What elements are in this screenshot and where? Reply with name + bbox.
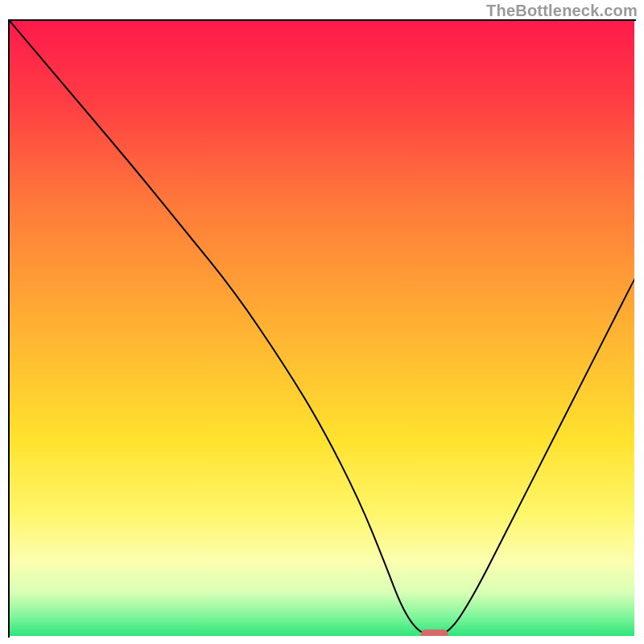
minimum-marker	[421, 630, 448, 636]
chart-svg	[10, 21, 634, 636]
watermark-text: TheBottleneck.com	[486, 2, 638, 20]
chart-background	[10, 21, 634, 636]
chart-plot-area	[10, 21, 634, 636]
